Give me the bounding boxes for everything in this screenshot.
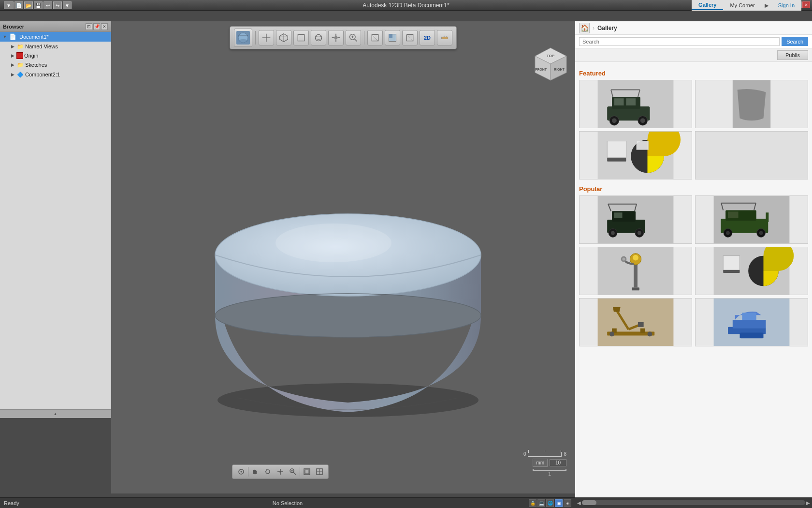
viewport-bottom-toolbar — [222, 464, 338, 479]
redo-button[interactable]: ↪ — [53, 1, 62, 9]
document-icon: 📄 — [9, 33, 16, 41]
expand-arrow-sketches[interactable]: ▶ — [10, 62, 15, 68]
pan-tool[interactable] — [275, 466, 286, 478]
tray-icon-5[interactable]: ◈ — [564, 499, 571, 507]
app-menu-button[interactable]: ▼ — [4, 1, 14, 9]
gallery-search-input[interactable] — [579, 37, 780, 46]
browser-header: Browser ⊡ 📌 ✕ — [0, 21, 111, 32]
tray-icon-3[interactable]: 🌐 — [546, 499, 554, 507]
tree-item-document[interactable]: ▼ 📄 Document1* — [0, 32, 111, 42]
save-button[interactable]: 💾 — [34, 1, 43, 9]
unit-controls: mm — [533, 459, 566, 467]
svg-rect-94 — [728, 211, 739, 218]
title-bar-left: ▼ 📄 📂 💾 ↩ ↪ ▼ — [4, 1, 72, 9]
svg-rect-111 — [723, 256, 740, 270]
tree-item-sketches[interactable]: ▶ 📁 Sketches — [0, 60, 111, 70]
popular-item-4[interactable] — [695, 247, 808, 295]
main-layout: Browser ⊡ 📌 ✕ ▼ 📄 Document1* ▶ 📁 Named V… — [0, 21, 812, 508]
scale-area: 0 8 mm 1 — [475, 462, 571, 477]
svg-point-109 — [623, 258, 625, 261]
tab-gallery[interactable]: Gallery — [692, 0, 723, 10]
viewport-tools-container — [232, 464, 329, 479]
scale-value-input[interactable] — [550, 459, 566, 466]
tree-item-named-views[interactable]: ▶ 📁 Named Views — [0, 42, 111, 51]
tray-icon-2[interactable]: 💻 — [537, 499, 545, 507]
dropdown-arrow[interactable]: ▼ — [63, 1, 72, 9]
browser-controls: ⊡ 📌 ✕ — [86, 23, 108, 30]
popular-item-6[interactable] — [695, 298, 808, 346]
popular-item-3[interactable] — [579, 247, 692, 295]
expand-arrow-origin[interactable]: ▶ — [10, 53, 15, 59]
folder-icon-named-views: 📁 — [16, 43, 24, 50]
featured-title: Featured — [579, 70, 808, 77]
viewport-3d — [111, 21, 575, 493]
tab-arrow[interactable]: ▶ — [762, 1, 771, 10]
origin-label: Origin — [24, 53, 38, 59]
tray-icons: 🔒 💻 🌐 ▣ ◈ — [529, 499, 571, 507]
select-tool[interactable] — [235, 466, 247, 478]
zoom-extents-tool[interactable] — [287, 466, 299, 478]
browser-scroll-bottom[interactable]: ▲ — [0, 409, 111, 418]
gallery-search-button[interactable]: Search — [782, 37, 808, 46]
svg-rect-126 — [740, 333, 764, 339]
featured-item-2[interactable] — [695, 80, 808, 128]
svg-rect-104 — [632, 287, 639, 290]
tray-icon-1[interactable]: 🔒 — [529, 499, 536, 507]
frame-tool-2[interactable] — [314, 466, 325, 478]
gallery-nav-label: Gallery — [597, 25, 617, 31]
gallery-home-button[interactable]: 🏠 — [579, 23, 590, 33]
gallery-scroll-left[interactable]: ◀ — [577, 500, 581, 506]
browser-pin-button[interactable]: 📌 — [93, 23, 100, 30]
tab-my-corner[interactable]: My Corner — [723, 1, 761, 10]
browser-close-button[interactable]: ✕ — [101, 23, 108, 30]
popular-item-1[interactable] — [579, 195, 692, 244]
popular-title: Popular — [579, 185, 808, 193]
open-button[interactable]: 📂 — [24, 1, 33, 9]
origin-icon — [16, 52, 23, 59]
popular-item-2[interactable] — [695, 195, 808, 244]
rotate-tool[interactable] — [262, 466, 274, 478]
popular-item-5[interactable] — [579, 298, 692, 346]
tree-item-origin[interactable]: ▶ Origin — [0, 51, 111, 60]
titlebar: ▼ 📄 📂 💾 ↩ ↪ ▼ Autodesk 123D Beta Documen… — [0, 0, 812, 11]
tray-icon-4[interactable]: ▣ — [555, 499, 563, 507]
unit-button[interactable]: mm — [533, 459, 548, 467]
gallery-scrollbar-thumb[interactable] — [582, 500, 596, 505]
gallery-scrollbar-track[interactable] — [582, 500, 805, 505]
expand-arrow-document[interactable]: ▼ — [2, 34, 8, 40]
svg-line-54 — [293, 472, 296, 475]
svg-rect-120 — [638, 322, 644, 327]
featured-grid — [579, 80, 808, 179]
browser-panel: Browser ⊡ 📌 ✕ ▼ 📄 Document1* ▶ 📁 Named V… — [0, 21, 111, 418]
expand-arrow-named-views[interactable]: ▶ — [10, 44, 15, 49]
tab-sign-in[interactable]: Sign In — [771, 1, 801, 10]
sketches-label: Sketches — [25, 62, 47, 68]
svg-point-45 — [241, 471, 242, 473]
status-bar: Ready No Selection 🔒 💻 🌐 ▣ ◈ — [0, 497, 575, 508]
viewport[interactable]: 2D TOP FRONT — [111, 21, 575, 493]
svg-rect-83 — [614, 212, 623, 218]
featured-item-1[interactable] — [579, 80, 692, 128]
featured-item-4[interactable] — [695, 131, 808, 179]
selection-status: No Selection — [273, 500, 303, 506]
ruler-value: 1 — [533, 469, 566, 477]
svg-rect-76 — [607, 141, 626, 158]
expand-arrow-component[interactable]: ▶ — [10, 72, 15, 77]
svg-point-70 — [640, 118, 645, 123]
tree-item-component[interactable]: ▶ 🔷 Component2:1 — [0, 70, 111, 79]
new-button[interactable]: 📄 — [14, 1, 23, 9]
publish-button[interactable]: Publis — [777, 50, 808, 60]
document-label: Document1* — [17, 33, 51, 40]
svg-point-52 — [279, 471, 281, 473]
hand-tool[interactable] — [249, 466, 261, 478]
svg-rect-65 — [614, 98, 624, 105]
gallery-nav-bar: 🏠 › Gallery — [575, 21, 812, 35]
gallery-content: Featured — [575, 62, 812, 497]
undo-button[interactable]: ↩ — [44, 1, 52, 9]
close-button[interactable]: ✕ — [802, 1, 810, 8]
vp-sep2 — [300, 467, 300, 477]
featured-item-3[interactable] — [579, 131, 692, 179]
browser-float-button[interactable]: ⊡ — [86, 23, 92, 30]
frame-tool-1[interactable] — [301, 466, 313, 478]
gallery-scroll-right[interactable]: ▶ — [806, 500, 810, 506]
